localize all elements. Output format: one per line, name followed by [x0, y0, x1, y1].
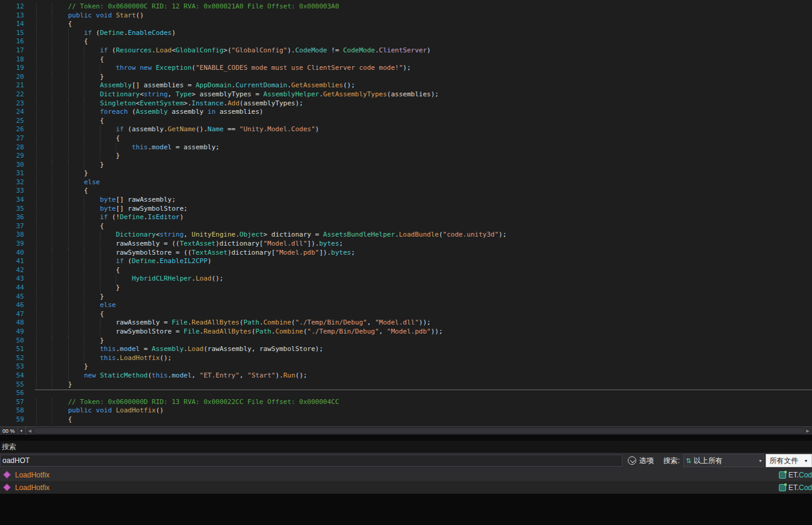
code-line[interactable]: 44} [0, 284, 812, 293]
zoom-level-select[interactable]: 00 % [0, 427, 17, 435]
code-line[interactable]: 51this.model = Assembly.Load(rawAssembly… [0, 345, 812, 354]
line-number[interactable]: 16 [0, 37, 26, 46]
code-line[interactable]: 24foreach (Assembly assembly in assembli… [0, 108, 812, 117]
code-line[interactable]: 40rawSymbolStore = ((TextAsset)dictionar… [0, 249, 812, 258]
code-line[interactable]: 27{ [0, 134, 812, 143]
code-line[interactable]: 54new StaticMethod(this.model, "ET.Entry… [0, 371, 812, 381]
line-number[interactable]: 51 [0, 345, 26, 354]
code-line[interactable]: 42{ [0, 266, 812, 275]
code-line[interactable]: 37{ [0, 222, 812, 231]
code-line[interactable]: 32else [0, 178, 812, 187]
code-line[interactable]: 19throw new Exception("ENABLE_CODES mode… [0, 64, 812, 73]
code-line[interactable]: 34byte[] rawAssembly; [0, 196, 812, 205]
code-line[interactable]: 26if (assembly.GetName().Name == "Unity.… [0, 125, 812, 134]
line-number[interactable]: 45 [0, 293, 26, 302]
line-number[interactable]: 59 [0, 415, 26, 424]
line-number[interactable]: 48 [0, 318, 26, 328]
line-number[interactable]: 36 [0, 213, 26, 222]
search-scope-dropdown[interactable]: ⇅ 以上所有 ▾ [683, 454, 764, 467]
line-number[interactable]: 32 [0, 178, 26, 187]
code-line[interactable]: 58public void LoadHotfix() [0, 406, 812, 415]
code-line[interactable]: 16{ [0, 37, 812, 46]
code-line[interactable]: 22Dictionary<string, Type> assemblyTypes… [0, 90, 812, 99]
line-number[interactable]: 22 [0, 90, 26, 99]
code-line[interactable]: 49rawSymbolStore = File.ReadAllBytes(Pat… [0, 328, 812, 337]
line-number[interactable]: 15 [0, 29, 26, 38]
line-number[interactable]: 44 [0, 284, 26, 293]
zoom-chevron-down-icon[interactable]: ▾ [17, 427, 25, 435]
code-line[interactable]: 47{ [0, 310, 812, 319]
options-button[interactable]: 选项 [628, 456, 654, 466]
line-number[interactable]: 40 [0, 249, 26, 258]
code-line[interactable]: 33{ [0, 187, 812, 196]
code-line[interactable]: 25{ [0, 117, 812, 126]
line-number[interactable]: 28 [0, 143, 26, 152]
line-number[interactable]: 37 [0, 222, 26, 231]
line-number[interactable]: 41 [0, 257, 26, 266]
code-line[interactable]: 17if (Resources.Load<GlobalConfig>("Glob… [0, 46, 812, 55]
line-number[interactable]: 31 [0, 169, 26, 178]
scroll-right-button[interactable]: ▶ [804, 427, 812, 435]
line-number[interactable]: 13 [0, 11, 26, 20]
line-number[interactable]: 23 [0, 99, 26, 108]
line-number[interactable]: 17 [0, 46, 26, 55]
line-number[interactable]: 34 [0, 196, 26, 205]
line-number[interactable]: 57 [0, 398, 26, 407]
line-number[interactable]: 25 [0, 117, 26, 126]
code-line[interactable]: 36if (!Define.IsEditor) [0, 213, 812, 222]
line-number[interactable]: 43 [0, 275, 26, 284]
code-line[interactable]: 55} [0, 381, 812, 390]
code-line[interactable]: 13public void Start() [0, 11, 812, 20]
line-number[interactable]: 53 [0, 362, 26, 371]
line-number[interactable]: 46 [0, 301, 26, 310]
search-result-row[interactable]: LoadHotfixET.Cod [0, 481, 812, 494]
line-number[interactable]: 24 [0, 108, 26, 117]
code-line[interactable]: 35byte[] rawSymbolStore; [0, 205, 812, 214]
search-input[interactable] [0, 455, 622, 467]
line-number[interactable]: 42 [0, 266, 26, 275]
code-line[interactable]: 41if (Define.EnableIL2CPP) [0, 257, 812, 266]
line-number[interactable]: 26 [0, 125, 26, 134]
line-number[interactable]: 58 [0, 406, 26, 415]
code-line[interactable]: 52this.LoadHotfix(); [0, 354, 812, 363]
line-number[interactable]: 55 [0, 381, 26, 390]
code-line[interactable]: 30} [0, 161, 812, 170]
code-line[interactable]: 21Assembly[] assemblies = AppDomain.Curr… [0, 81, 812, 90]
code-line[interactable]: 18{ [0, 55, 812, 64]
line-number[interactable]: 21 [0, 81, 26, 90]
code-line[interactable]: 14{ [0, 20, 812, 29]
code-line[interactable]: 28this.model = assembly; [0, 143, 812, 152]
scrollbar-thumb[interactable] [34, 428, 804, 433]
code-line[interactable]: 31} [0, 169, 812, 178]
line-number[interactable]: 29 [0, 152, 26, 161]
line-number[interactable]: 38 [0, 231, 26, 240]
code-line[interactable]: 43HybridCLRHelper.Load(); [0, 275, 812, 284]
line-number[interactable]: 27 [0, 134, 26, 143]
line-number[interactable]: 47 [0, 310, 26, 319]
line-number[interactable]: 33 [0, 187, 26, 196]
code-line[interactable]: 38Dictionary<string, UnityEngine.Object>… [0, 231, 812, 240]
line-number[interactable]: 19 [0, 64, 26, 73]
code-line[interactable]: 56 [0, 389, 812, 398]
code-line[interactable]: 39rawAssembly = ((TextAsset)dictionary["… [0, 240, 812, 249]
line-number[interactable]: 18 [0, 55, 26, 64]
line-number[interactable]: 54 [0, 371, 26, 381]
code-line[interactable]: 23Singleton<EventSystem>.Instance.Add(as… [0, 99, 812, 108]
code-line[interactable]: 50} [0, 337, 812, 346]
code-line[interactable]: 45} [0, 293, 812, 302]
scroll-left-button[interactable]: ◀ [26, 427, 34, 435]
code-line[interactable]: 59{ [0, 415, 812, 424]
line-number[interactable]: 52 [0, 354, 26, 363]
code-line[interactable]: 46else [0, 301, 812, 310]
code-line[interactable]: 15if (Define.EnableCodes) [0, 29, 812, 38]
line-number[interactable]: 39 [0, 240, 26, 249]
code-line[interactable]: 29} [0, 152, 812, 161]
line-number[interactable]: 30 [0, 161, 26, 170]
line-number[interactable]: 56 [0, 389, 26, 398]
line-number[interactable]: 50 [0, 337, 26, 346]
line-number[interactable]: 35 [0, 205, 26, 214]
search-result-row[interactable]: LoadHotfixET.Cod [0, 468, 812, 481]
line-number[interactable]: 20 [0, 73, 26, 82]
line-number[interactable]: 49 [0, 328, 26, 337]
code-line[interactable]: 20} [0, 73, 812, 82]
